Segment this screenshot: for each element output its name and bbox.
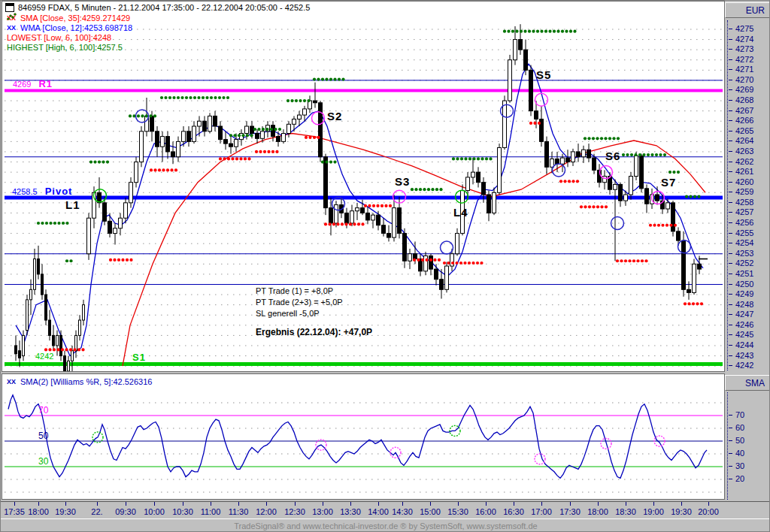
price-tick — [729, 131, 732, 131]
highest-dot — [205, 96, 208, 99]
highest-dot — [102, 160, 105, 163]
lowest-dot — [153, 168, 156, 171]
highest-dot — [172, 96, 175, 99]
price-tick-label: 4255 — [735, 228, 753, 237]
lowest-dot — [53, 348, 56, 351]
lowest-dot — [267, 150, 270, 153]
highest-dot — [503, 30, 506, 33]
blue-trade-circle — [441, 241, 453, 254]
price-tick — [729, 100, 732, 101]
candle-body — [387, 234, 391, 237]
lowest-dot — [174, 168, 177, 171]
oscillator-panel[interactable]: XXSMA(2) [Williams %R, 5]:42.526316 7050… — [2, 373, 725, 500]
price-tick — [729, 314, 732, 315]
highest-dot — [561, 30, 564, 33]
candle-body — [135, 162, 138, 183]
highest-dot — [592, 137, 595, 140]
candle-body — [429, 255, 433, 269]
candle-body — [256, 134, 259, 139]
highest-dot — [153, 114, 156, 117]
candle-body — [166, 137, 170, 152]
highest-dot — [507, 30, 510, 33]
time-label: 22. — [91, 507, 102, 516]
main-chart-panel[interactable]: 846959 FDAX, 5 Minuten - 21.12.2004 17:3… — [2, 1, 725, 372]
candle-body — [45, 295, 47, 320]
osc-tick-label: 20 — [735, 474, 744, 483]
candle-body — [508, 60, 512, 101]
time-tick — [211, 502, 211, 506]
price-tick-label: 4266 — [735, 116, 753, 125]
candle-body — [529, 70, 533, 110]
osc-axis-unit: SMA — [725, 375, 770, 391]
candle-body — [198, 121, 202, 126]
oscillator-canvas[interactable] — [2, 374, 724, 499]
lowest-dot — [244, 157, 247, 160]
candle-body — [466, 177, 470, 191]
lowest-dot — [653, 224, 656, 227]
candle-body — [124, 203, 128, 218]
candle-body — [603, 177, 607, 183]
highest-dot — [489, 157, 492, 160]
highest-dot — [160, 96, 163, 99]
candle-body — [393, 208, 396, 237]
price-chart-canvas[interactable] — [2, 2, 724, 371]
lowest-dot — [529, 122, 532, 125]
candle-body — [182, 131, 186, 142]
time-label: 17:30 — [559, 507, 581, 516]
highest-dot — [62, 222, 65, 225]
time-label: 20:00 — [698, 507, 719, 516]
candle-body — [493, 192, 496, 213]
highest-dot — [659, 153, 662, 156]
highest-dot — [528, 30, 531, 33]
highest-dot — [556, 30, 559, 33]
candle-body — [350, 211, 354, 223]
lowest-dot — [628, 259, 631, 262]
time-tick — [97, 502, 98, 506]
lowest-dot — [353, 222, 356, 225]
highest-dot — [341, 77, 344, 80]
price-tick — [729, 39, 732, 40]
lowest-dot — [158, 168, 161, 171]
lowest-dot — [364, 204, 367, 207]
highest-dot — [452, 157, 455, 160]
candle-body — [382, 225, 386, 234]
highest-dot — [89, 160, 92, 163]
highest-dot — [49, 222, 52, 225]
lowest-dot — [665, 224, 668, 227]
candle-body — [329, 208, 333, 223]
price-tick — [729, 192, 732, 192]
candle-body — [177, 141, 180, 156]
lowest-dot — [649, 224, 652, 227]
lowest-dot — [384, 204, 387, 207]
candle-body — [38, 259, 40, 274]
price-tick-label: 4243 — [735, 351, 753, 360]
price-tick-label: 4251 — [735, 269, 753, 278]
price-tick — [729, 365, 732, 366]
candle-body — [461, 191, 465, 234]
candle-body — [324, 157, 328, 208]
highest-dot — [515, 30, 518, 33]
lowest-dot — [692, 302, 695, 305]
price-tick — [729, 202, 732, 203]
candle-body — [114, 228, 117, 234]
price-tick-label: 4246 — [735, 320, 753, 329]
highest-dot — [439, 188, 442, 191]
time-label: 17:00 — [531, 507, 552, 516]
time-tick — [378, 502, 379, 506]
lowest-dot — [389, 204, 392, 207]
lowest-dot — [150, 168, 153, 171]
highest-dot — [596, 137, 599, 140]
candle-body — [498, 148, 502, 193]
lowest-dot — [129, 258, 132, 261]
candle-body — [619, 184, 623, 201]
price-tick-label: 4272 — [735, 55, 753, 64]
lowest-dot — [109, 258, 112, 261]
candle-body — [671, 203, 675, 231]
status-footer: TradeSignal® and www.technical-investor.… — [1, 518, 770, 532]
candle-body — [582, 150, 586, 157]
osc-tick-label: 60 — [735, 423, 744, 432]
price-tick-label: 4268 — [735, 95, 753, 104]
highest-dot — [460, 157, 463, 160]
candle-body — [487, 195, 491, 213]
highest-dot — [69, 259, 72, 262]
